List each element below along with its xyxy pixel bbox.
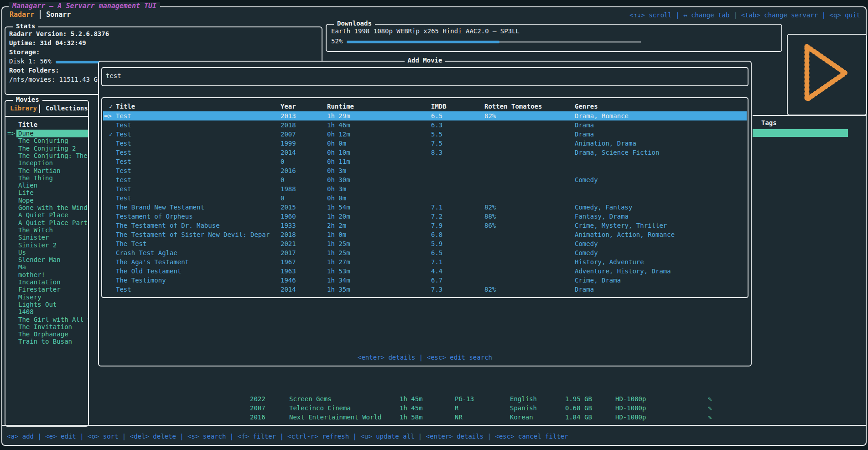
movie-list-item[interactable]: Slender Man bbox=[5, 256, 88, 264]
search-result-row[interactable]: Test00h 11m bbox=[103, 157, 747, 166]
download-percent-label: 52% bbox=[331, 37, 343, 45]
movie-list-item[interactable]: The Witch bbox=[5, 226, 88, 234]
movie-list-item[interactable]: The Martian bbox=[5, 167, 88, 175]
col-year: Year bbox=[281, 102, 296, 111]
search-result-row[interactable]: The Brand New Testament20151h 54m7.182%C… bbox=[103, 203, 747, 212]
search-result-row[interactable]: Test20140h 10m8.3Drama, Science Fiction bbox=[103, 148, 747, 157]
result-year: 0 bbox=[281, 175, 284, 184]
movie-title: Gone with the Wind bbox=[18, 204, 88, 212]
result-runtime: 0h 30m bbox=[327, 175, 350, 184]
movie-list-item[interactable]: The Conjuring 2 bbox=[5, 145, 88, 152]
movie-list-item[interactable]: The Thing bbox=[5, 174, 88, 182]
result-title: Test bbox=[116, 157, 131, 166]
search-result-row[interactable]: ✓Test20070h 12m5.5Drama bbox=[103, 130, 747, 139]
movie-list-item[interactable]: Firestarter bbox=[5, 286, 88, 293]
movie-list-item[interactable]: The Girl with All the bbox=[5, 316, 88, 324]
result-year: 2018 bbox=[281, 120, 296, 130]
result-genres: Drama bbox=[575, 130, 594, 139]
result-runtime: 1h 20m bbox=[327, 212, 350, 221]
search-result-row[interactable]: Test20181h 46m6.3Drama bbox=[103, 120, 747, 130]
search-result-row[interactable]: Testament of Orpheus19601h 20m7.288%Fant… bbox=[103, 212, 747, 221]
add-movie-modal-title: Add Movie bbox=[405, 57, 446, 64]
result-genres: Drama bbox=[575, 120, 594, 130]
movie-list-item[interactable]: Incantation bbox=[5, 278, 88, 286]
search-results-header: ✓ Title Year Runtime IMDB Rotten Tomatoe… bbox=[103, 102, 747, 111]
library-studio: Screen Gems bbox=[289, 394, 332, 403]
movie-list-item[interactable]: The Invitation bbox=[5, 323, 88, 331]
library-table-row[interactable]: 2016Next Entertainment World1h 58mNRKore… bbox=[2, 413, 866, 422]
modal-keybind-hints: <enter> details | <esc> edit search bbox=[99, 354, 751, 361]
movie-list-item[interactable]: =>Dune bbox=[5, 130, 88, 137]
result-title: Crash Test Aglae bbox=[116, 248, 177, 257]
search-result-row[interactable]: The Testament of Dr. Mabuse19332h 2m7.98… bbox=[103, 221, 747, 230]
result-year: 1967 bbox=[281, 257, 296, 267]
search-result-row[interactable]: The Old Testament19631h 53m4.4Adventure,… bbox=[103, 267, 747, 276]
movie-search-input[interactable]: test bbox=[101, 67, 748, 86]
result-genres: Adventure, History, Drama bbox=[575, 267, 671, 276]
search-result-row[interactable]: Crash Test Aglae20171h 25m6.5Comedy bbox=[103, 248, 747, 257]
result-runtime: 1h 29m bbox=[327, 111, 350, 120]
result-genres: Crime, Drama bbox=[575, 276, 621, 285]
search-result-row[interactable]: =>Test20131h 29m6.582%Drama, Romance bbox=[103, 111, 747, 120]
result-runtime: 2h 2m bbox=[327, 221, 346, 230]
library-table-row[interactable]: 2022Screen Gems1h 45mPG-13English1.95 GB… bbox=[2, 394, 866, 403]
search-result-row[interactable]: The Aga's Testament19671h 27m7.1History,… bbox=[103, 257, 747, 267]
movie-list-item[interactable]: Gone with the Wind bbox=[5, 204, 88, 212]
movie-list-item[interactable]: Misery bbox=[5, 293, 88, 301]
result-runtime: 1h 0m bbox=[327, 230, 346, 239]
movie-list-item[interactable]: Ma bbox=[5, 263, 88, 271]
movie-title: Sinister bbox=[18, 234, 49, 241]
movie-list-item[interactable]: Sinister 2 bbox=[5, 241, 88, 249]
movie-title: Us bbox=[18, 249, 26, 256]
movie-list-item[interactable]: A Quiet Place Part II bbox=[5, 219, 88, 227]
col-check: ✓ bbox=[109, 102, 113, 111]
search-result-row[interactable]: Test20141h 35m7.382%Drama bbox=[103, 285, 747, 294]
movie-list-item[interactable]: The Conjuring bbox=[5, 137, 88, 145]
movie-list-item[interactable]: Lights Out bbox=[5, 301, 88, 309]
tab-library[interactable]: Library bbox=[10, 105, 37, 112]
tab-radarr[interactable]: Radarr bbox=[10, 10, 34, 19]
result-title: Test bbox=[116, 194, 131, 203]
background-table-top-border bbox=[753, 115, 866, 116]
search-result-row[interactable]: test00h 30mComedy bbox=[103, 175, 747, 184]
tab-sonarr[interactable]: Sonarr bbox=[46, 10, 71, 19]
movie-list-item[interactable]: Nope bbox=[5, 197, 88, 204]
library-table-row[interactable]: 2007Telecinco Cinema1h 45mRSpanish0.68 G… bbox=[2, 403, 866, 413]
movie-list-item[interactable]: Inception bbox=[5, 159, 88, 167]
movie-list[interactable]: =>DuneThe ConjuringThe Conjuring 2The Co… bbox=[5, 130, 88, 425]
search-result-row[interactable]: Test00h 0m bbox=[103, 194, 747, 203]
movie-title: The Witch bbox=[18, 226, 53, 234]
servarr-tabs: Radarr Sonarr bbox=[10, 10, 71, 19]
movie-list-item[interactable]: Train to Busan bbox=[5, 338, 88, 345]
result-genres: Drama, Romance bbox=[575, 111, 629, 120]
library-studio: Telecinco Cinema bbox=[289, 403, 351, 413]
result-rotten-tomatoes: 82% bbox=[484, 203, 496, 212]
library-rating: R bbox=[455, 403, 458, 413]
movie-list-item[interactable]: Life bbox=[5, 189, 88, 197]
movie-list-item[interactable]: Alien bbox=[5, 182, 88, 189]
search-result-row[interactable]: Test19880h 3m bbox=[103, 184, 747, 194]
movie-list-item[interactable]: Us bbox=[5, 249, 88, 256]
download-item[interactable]: Earth 1998 1080p WEBRip x265 Hindi AAC2.… bbox=[331, 27, 520, 35]
movie-title: Dune bbox=[18, 130, 34, 137]
movie-list-item[interactable]: mother! bbox=[5, 271, 88, 279]
tab-collections[interactable]: Collections bbox=[46, 105, 88, 112]
search-result-row[interactable]: The Testament of Sister New Devil: Depar… bbox=[103, 230, 747, 239]
managarr-play-logo-icon bbox=[799, 41, 853, 105]
search-result-row[interactable]: Test20160h 3m bbox=[103, 166, 747, 175]
movie-title: Ma bbox=[18, 263, 26, 271]
movie-title: The Conjuring: The De bbox=[18, 152, 88, 160]
col-genres: Genres bbox=[575, 102, 598, 111]
movie-list-item[interactable]: The Conjuring: The De bbox=[5, 152, 88, 160]
result-runtime: 1h 27m bbox=[327, 257, 350, 267]
search-result-row[interactable]: The Test20211h 25m5.9Comedy bbox=[103, 239, 747, 248]
movie-list-item[interactable]: The Orphanage bbox=[5, 330, 88, 338]
search-result-row[interactable]: The Testimony19461h 34m6.7Crime, Drama bbox=[103, 276, 747, 285]
movie-list-item[interactable]: 1408 bbox=[5, 308, 88, 316]
movie-list-item[interactable]: Sinister bbox=[5, 234, 88, 241]
downloads-panel: Downloads Earth 1998 1080p WEBRip x265 H… bbox=[326, 24, 782, 52]
search-result-row[interactable]: Test19990h 0m7.5Animation, Drama bbox=[103, 139, 747, 148]
library-rating: NR bbox=[455, 413, 463, 422]
movie-list-item[interactable]: A Quiet Place bbox=[5, 211, 88, 219]
stats-version: Radarr Version: 5.2.6.8376 bbox=[9, 30, 109, 37]
